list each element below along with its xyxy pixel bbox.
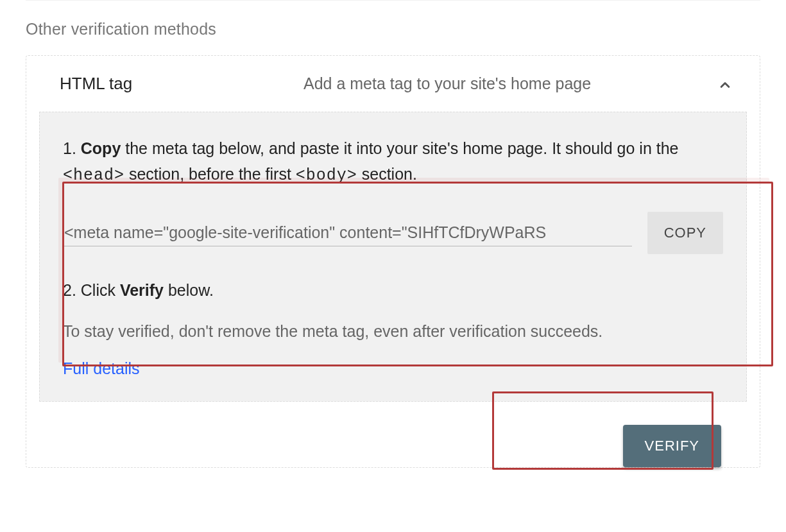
meta-tag-field[interactable]: [63, 219, 632, 246]
chevron-up-icon: [716, 76, 734, 97]
section-title: Other verification methods: [26, 20, 786, 39]
step-2-instruction: 2. Click Verify below.: [63, 277, 723, 303]
meta-tag-row: COPY: [63, 212, 723, 254]
full-details-link[interactable]: Full details: [63, 359, 140, 377]
copy-button[interactable]: COPY: [647, 212, 723, 254]
accordion-title: HTML tag: [60, 74, 303, 94]
verify-button[interactable]: VERIFY: [623, 425, 721, 467]
accordion-body: 1. Copy the meta tag below, and paste it…: [39, 112, 747, 402]
accordion-header-html-tag[interactable]: HTML tag Add a meta tag to your site's h…: [26, 56, 760, 112]
stay-verified-note: To stay verified, don't remove the meta …: [63, 318, 723, 344]
verification-method-card: HTML tag Add a meta tag to your site's h…: [26, 55, 760, 468]
step-1-instruction: 1. Copy the meta tag below, and paste it…: [63, 135, 723, 189]
accordion-subtitle: Add a meta tag to your site's home page: [303, 74, 726, 93]
